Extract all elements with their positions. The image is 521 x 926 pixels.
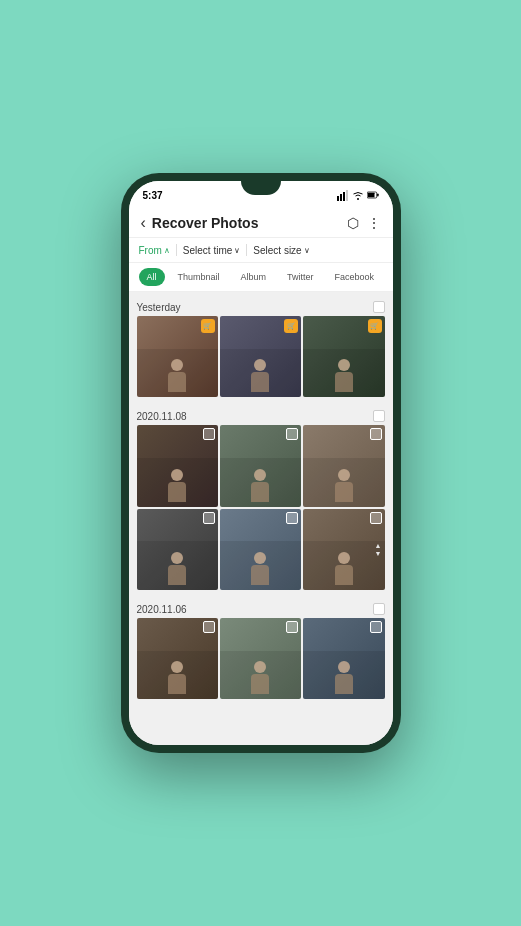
- filter-divider-1: [176, 244, 177, 256]
- tab-thumbnail[interactable]: Thumbnail: [170, 268, 228, 286]
- photo-item[interactable]: [137, 425, 218, 506]
- photo-item[interactable]: ▲ ▼: [303, 509, 384, 590]
- date-header-2020-11-08: 2020.11.08: [137, 405, 385, 425]
- date-label-2020-11-08: 2020.11.08: [137, 411, 187, 422]
- date-header-yesterday: Yesterday: [137, 296, 385, 316]
- topbar: ‹ Recover Photos ⬡ ⋮: [129, 209, 393, 238]
- photo-item[interactable]: 🛒: [303, 316, 384, 397]
- date-checkbox-2020-11-06[interactable]: [373, 603, 385, 615]
- tabs-bar: All Thumbnail Album Twitter Facebook: [129, 263, 393, 292]
- svg-rect-5: [367, 193, 374, 198]
- svg-rect-6: [377, 194, 379, 197]
- photo-checkbox[interactable]: [203, 512, 215, 524]
- topbar-left: ‹ Recover Photos: [141, 215, 259, 231]
- size-filter[interactable]: Select size ∨: [253, 245, 309, 256]
- section-2020-11-08: 2020.11.08: [129, 401, 393, 594]
- size-chevron: ∨: [304, 246, 310, 255]
- svg-rect-3: [346, 190, 348, 201]
- status-icons: [337, 189, 379, 201]
- notch: [241, 181, 281, 195]
- wifi-icon: [352, 189, 364, 201]
- scroll-up-arrow: ▲: [375, 542, 382, 549]
- photo-checkbox[interactable]: [286, 428, 298, 440]
- status-bar: 5:37: [129, 181, 393, 209]
- page-title: Recover Photos: [152, 215, 259, 231]
- from-filter[interactable]: From ∧: [139, 245, 170, 256]
- photo-checkbox[interactable]: [203, 428, 215, 440]
- topbar-right: ⬡ ⋮: [347, 215, 381, 231]
- photo-item[interactable]: [137, 509, 218, 590]
- tab-all[interactable]: All: [139, 268, 165, 286]
- photo-item[interactable]: [303, 425, 384, 506]
- photo-grid-2020-11-08: ▲ ▼: [137, 425, 385, 590]
- svg-rect-1: [340, 194, 342, 201]
- svg-rect-0: [337, 196, 339, 201]
- more-icon[interactable]: ⋮: [367, 215, 381, 231]
- back-button[interactable]: ‹: [141, 215, 146, 231]
- content-area[interactable]: Yesterday 🛒: [129, 292, 393, 745]
- cart-badge: 🛒: [284, 319, 298, 333]
- time-label: Select time: [183, 245, 232, 256]
- filter-divider-2: [246, 244, 247, 256]
- save-icon[interactable]: ⬡: [347, 215, 359, 231]
- date-header-2020-11-06: 2020.11.06: [137, 598, 385, 618]
- date-label-2020-11-06: 2020.11.06: [137, 604, 187, 615]
- photo-checkbox[interactable]: [286, 512, 298, 524]
- photo-checkbox[interactable]: [370, 621, 382, 633]
- status-time: 5:37: [143, 190, 163, 201]
- photo-checkbox[interactable]: [203, 621, 215, 633]
- photo-grid-2020-11-06: [137, 618, 385, 699]
- photo-checkbox[interactable]: [286, 621, 298, 633]
- scroll-indicator: ▲ ▼: [375, 542, 382, 557]
- scroll-down-arrow: ▼: [375, 550, 382, 557]
- time-chevron: ∨: [234, 246, 240, 255]
- photo-item[interactable]: [303, 618, 384, 699]
- phone-shell: 5:37: [121, 173, 401, 753]
- cart-badge: 🛒: [201, 319, 215, 333]
- photo-item[interactable]: 🛒: [220, 316, 301, 397]
- size-label: Select size: [253, 245, 301, 256]
- tab-twitter[interactable]: Twitter: [279, 268, 322, 286]
- section-yesterday: Yesterday 🛒: [129, 292, 393, 401]
- battery-icon: [367, 189, 379, 201]
- cart-badge: 🛒: [368, 319, 382, 333]
- tab-facebook[interactable]: Facebook: [327, 268, 383, 286]
- phone-screen: 5:37: [129, 181, 393, 745]
- date-checkbox-2020-11-08[interactable]: [373, 410, 385, 422]
- photo-item[interactable]: 🛒: [137, 316, 218, 397]
- photo-checkbox[interactable]: [370, 512, 382, 524]
- from-label: From: [139, 245, 162, 256]
- photo-item[interactable]: [220, 425, 301, 506]
- section-2020-11-06: 2020.11.06: [129, 594, 393, 703]
- signal-icon: [337, 189, 349, 201]
- time-filter[interactable]: Select time ∨: [183, 245, 240, 256]
- date-checkbox-yesterday[interactable]: [373, 301, 385, 313]
- photo-item[interactable]: [220, 618, 301, 699]
- tab-album[interactable]: Album: [233, 268, 275, 286]
- date-label-yesterday: Yesterday: [137, 302, 181, 313]
- from-chevron: ∧: [164, 246, 170, 255]
- photo-item[interactable]: [220, 509, 301, 590]
- svg-rect-2: [343, 192, 345, 201]
- photo-grid-yesterday: 🛒 🛒 🛒: [137, 316, 385, 397]
- photo-item[interactable]: [137, 618, 218, 699]
- filter-bar: From ∧ Select time ∨ Select size ∨: [129, 238, 393, 263]
- photo-checkbox[interactable]: [370, 428, 382, 440]
